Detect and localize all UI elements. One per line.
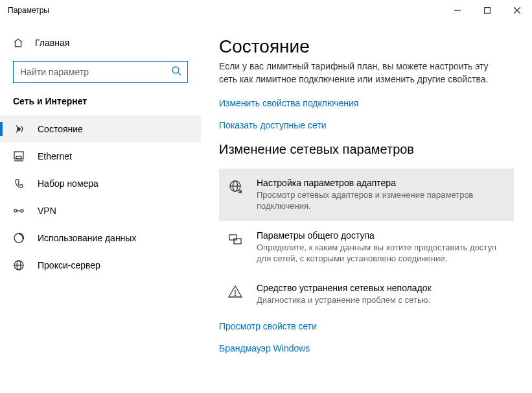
svg-rect-20 (229, 235, 237, 240)
svg-rect-21 (234, 239, 241, 244)
link-show-networks[interactable]: Показать доступные сети (219, 120, 514, 130)
ethernet-icon (13, 150, 25, 162)
nav-item-proxy[interactable]: Прокси-сервер (0, 252, 201, 279)
nav-item-vpn[interactable]: VPN (0, 197, 201, 224)
option-title: Параметры общего доступа (257, 230, 507, 241)
adapter-icon (226, 178, 245, 195)
option-adapter-settings[interactable]: Настройка параметров адаптера Просмотр с… (219, 169, 514, 221)
home-icon (13, 38, 23, 48)
option-troubleshoot[interactable]: Средство устранения сетевых неполадок Ди… (219, 274, 514, 315)
option-desc: Определите, к каким данным вы хотите пре… (257, 242, 507, 265)
category-title: Сеть и Интернет (0, 96, 201, 115)
home-label: Главная (35, 38, 69, 48)
status-description: Если у вас лимитный тарифный план, вы мо… (219, 60, 504, 86)
svg-point-23 (235, 295, 235, 296)
close-button[interactable] (502, 0, 532, 21)
search-container (13, 61, 188, 83)
nav-item-label: Использование данных (38, 233, 136, 243)
nav-item-label: VPN (38, 206, 56, 216)
option-title: Средство устранения сетевых неполадок (257, 283, 432, 293)
nav-item-label: Набор номера (38, 178, 98, 189)
titlebar: Параметры (0, 0, 532, 21)
maximize-button[interactable] (472, 0, 502, 21)
svg-point-10 (14, 209, 17, 212)
svg-line-5 (178, 73, 181, 75)
svg-rect-8 (16, 156, 21, 159)
nav-item-dialup[interactable]: Набор номера (0, 170, 201, 197)
vpn-icon (13, 205, 25, 217)
page-title: Состояние (219, 36, 514, 57)
nav-item-ethernet[interactable]: Ethernet (0, 143, 201, 170)
search-input[interactable] (13, 61, 188, 83)
link-firewall[interactable]: Брандмауэр Windows (219, 343, 514, 353)
svg-point-11 (21, 209, 23, 212)
warning-icon (226, 283, 245, 300)
section-title: Изменение сетевых параметров (219, 142, 514, 157)
nav-item-status[interactable]: Состояние (0, 115, 201, 143)
svg-rect-1 (485, 7, 491, 13)
nav-item-label: Ethernet (38, 151, 72, 161)
nav-item-data-usage[interactable]: Использование данных (0, 224, 201, 252)
option-desc: Диагностика и устранение проблем с сетью… (257, 294, 432, 306)
link-network-props[interactable]: Просмотр свойств сети (219, 321, 514, 331)
link-change-connection-props[interactable]: Изменить свойства подключения (219, 98, 514, 108)
svg-rect-7 (14, 152, 23, 159)
home-nav[interactable]: Главная (0, 32, 201, 53)
status-icon (13, 123, 25, 135)
option-title: Настройка параметров адаптера (257, 178, 507, 188)
nav-item-label: Состояние (38, 124, 83, 134)
sidebar: Главная Сеть и Интернет Состояние Ethern… (0, 21, 201, 393)
option-sharing[interactable]: Параметры общего доступа Определите, к к… (219, 221, 514, 274)
content-area: Состояние Если у вас лимитный тарифный п… (201, 21, 532, 393)
nav-item-label: Прокси-сервер (38, 260, 100, 270)
window-controls (443, 0, 532, 21)
svg-point-4 (172, 67, 179, 73)
proxy-icon (13, 259, 25, 271)
dialup-icon (13, 178, 25, 189)
search-icon (171, 66, 181, 78)
option-desc: Просмотр сетевых адаптеров и изменение п… (257, 189, 507, 212)
sharing-icon (226, 230, 245, 247)
data-usage-icon (13, 232, 25, 244)
window-title: Параметры (0, 6, 49, 15)
minimize-button[interactable] (443, 0, 472, 21)
